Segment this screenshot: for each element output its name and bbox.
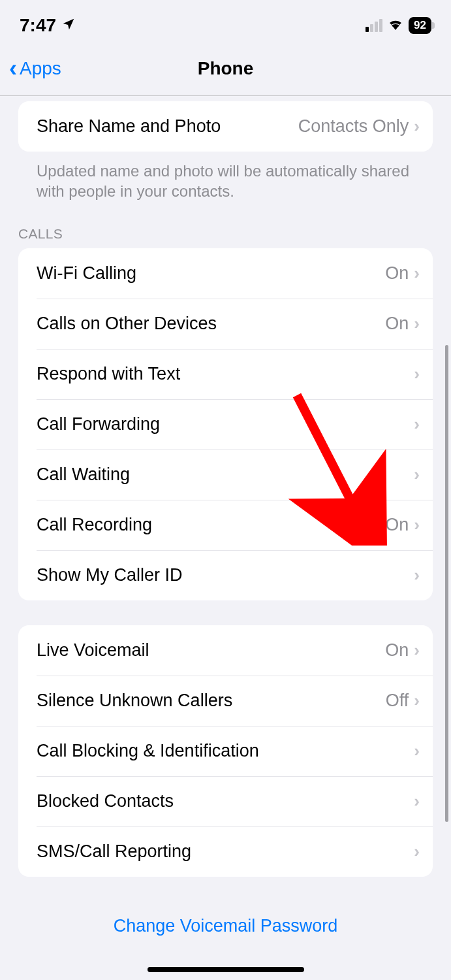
blocked-contacts-cell[interactable]: Blocked Contacts › [18, 776, 433, 826]
time-label: 7:47 [20, 15, 56, 36]
chevron-right-icon: › [414, 565, 420, 585]
lower-section: Live Voicemail On › Silence Unknown Call… [18, 625, 433, 877]
call-forwarding-cell[interactable]: Call Forwarding › [18, 399, 433, 449]
calls-group: Wi-Fi Calling On › Calls on Other Device… [18, 248, 433, 600]
chevron-right-icon: › [414, 314, 420, 334]
cell-value: On [385, 314, 409, 334]
page-title: Phone [198, 58, 254, 79]
cell-label: Calls on Other Devices [37, 314, 385, 334]
wifi-calling-cell[interactable]: Wi-Fi Calling On › [18, 248, 433, 299]
lower-group: Live Voicemail On › Silence Unknown Call… [18, 625, 433, 877]
chevron-right-icon: › [414, 691, 420, 711]
cell-label: Blocked Contacts [37, 791, 409, 811]
cell-label: Wi-Fi Calling [37, 263, 385, 284]
respond-with-text-cell[interactable]: Respond with Text › [18, 349, 433, 399]
status-time: 7:47 [20, 15, 76, 36]
call-blocking-cell[interactable]: Call Blocking & Identification › [18, 726, 433, 776]
cellular-signal-icon [365, 19, 382, 32]
chevron-left-icon: ‹ [9, 55, 17, 82]
chevron-right-icon: › [414, 791, 420, 811]
back-button[interactable]: ‹ Apps [9, 55, 61, 82]
status-indicators: 92 [365, 17, 431, 34]
status-bar: 7:47 92 [0, 0, 451, 46]
cell-value: Contacts Only [298, 116, 409, 137]
chevron-right-icon: › [414, 364, 420, 384]
sms-call-reporting-cell[interactable]: SMS/Call Reporting › [18, 826, 433, 877]
scroll-indicator[interactable] [445, 345, 448, 822]
share-footer: Updated name and photo will be automatic… [18, 152, 433, 226]
call-recording-cell[interactable]: Call Recording On › [18, 500, 433, 550]
chevron-right-icon: › [414, 263, 420, 284]
silence-unknown-callers-cell[interactable]: Silence Unknown Callers Off › [18, 676, 433, 726]
share-name-photo-cell[interactable]: Share Name and Photo Contacts Only › [18, 101, 433, 152]
cell-label: Call Forwarding [37, 414, 409, 434]
cell-label: Share Name and Photo [37, 116, 298, 137]
chevron-right-icon: › [414, 414, 420, 434]
calls-section: Wi-Fi Calling On › Calls on Other Device… [18, 248, 433, 600]
cell-label: Call Blocking & Identification [37, 741, 409, 761]
chevron-right-icon: › [414, 116, 420, 137]
show-caller-id-cell[interactable]: Show My Caller ID › [18, 550, 433, 600]
cell-label: Live Voicemail [37, 640, 385, 661]
cell-value: Off [386, 691, 409, 711]
settings-content: Share Name and Photo Contacts Only › Upd… [0, 96, 451, 936]
location-icon [61, 15, 76, 36]
cell-value: On [385, 515, 409, 535]
chevron-right-icon: › [414, 640, 420, 661]
calls-header: CALLS [0, 226, 451, 248]
calls-other-devices-cell[interactable]: Calls on Other Devices On › [18, 299, 433, 349]
chevron-right-icon: › [414, 841, 420, 862]
cell-value: On [385, 640, 409, 661]
wifi-icon [388, 17, 403, 34]
cell-label: SMS/Call Reporting [37, 841, 409, 862]
chevron-right-icon: › [414, 741, 420, 761]
cell-label: Silence Unknown Callers [37, 691, 386, 711]
cell-label: Respond with Text [37, 364, 409, 384]
chevron-right-icon: › [414, 515, 420, 535]
cell-value: On [385, 263, 409, 284]
back-label: Apps [20, 58, 61, 79]
cell-label: Show My Caller ID [37, 565, 409, 585]
live-voicemail-cell[interactable]: Live Voicemail On › [18, 625, 433, 676]
share-group: Share Name and Photo Contacts Only › [18, 101, 433, 152]
battery-level: 92 [414, 19, 426, 32]
call-waiting-cell[interactable]: Call Waiting › [18, 449, 433, 500]
navigation-bar: ‹ Apps Phone [0, 46, 451, 96]
change-voicemail-password-link[interactable]: Change Voicemail Password [18, 902, 433, 936]
home-indicator[interactable] [148, 967, 304, 972]
share-section: Share Name and Photo Contacts Only › [18, 101, 433, 152]
cell-label: Call Waiting [37, 465, 409, 485]
battery-icon: 92 [409, 17, 431, 34]
cell-label: Call Recording [37, 515, 385, 535]
chevron-right-icon: › [414, 465, 420, 485]
